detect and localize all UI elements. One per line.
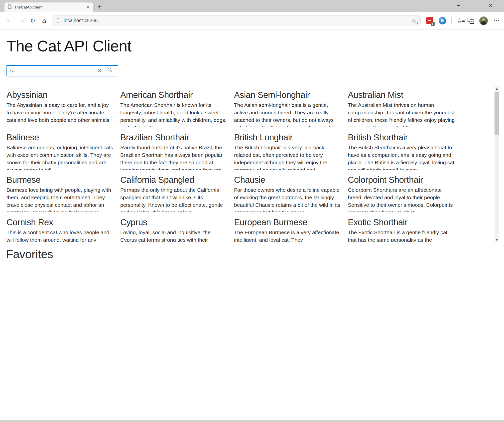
breed-name: American Shorthair xyxy=(120,89,228,100)
breed-name: Chausie xyxy=(234,174,342,185)
breed-description: For those owners who desire a feline cap… xyxy=(234,186,342,212)
window-controls: × xyxy=(451,0,504,11)
breed-card[interactable]: Brazilian Shorthair Rarely found outside… xyxy=(120,132,228,170)
clear-search-icon[interactable]: × xyxy=(95,68,107,74)
breed-card[interactable]: Asian Semi-longhair The Asian semi-longh… xyxy=(234,89,342,127)
breed-name: Brazilian Shorthair xyxy=(120,132,228,143)
settings-menu-icon[interactable] xyxy=(493,20,500,21)
extension-badge: 1 xyxy=(431,22,435,26)
breed-name: Balinese xyxy=(6,132,114,143)
breed-description: The European Burmese is a very affection… xyxy=(234,229,342,242)
back-icon[interactable]: ← xyxy=(4,17,15,24)
breed-card[interactable]: Balinese Balinese are curious, outgoing,… xyxy=(6,132,114,170)
forward-icon[interactable]: → xyxy=(15,17,27,24)
breed-card[interactable]: American Shorthair The American Shorthai… xyxy=(120,89,228,127)
breed-card[interactable]: Burmese Burmese love being with people, … xyxy=(6,174,114,212)
breed-name: Cornish Rex xyxy=(6,217,114,228)
search-box: × xyxy=(6,65,118,76)
favorites-list-icon[interactable]: ☆ xyxy=(457,17,462,24)
breed-name: Asian Semi-longhair xyxy=(234,89,342,100)
favorites-heading: Favorites xyxy=(6,247,504,262)
breed-card[interactable]: Colorpoint Shorthair Colorpoint Shorthai… xyxy=(348,174,456,212)
breed-description: Colorpoint Shorthairs are an affectionat… xyxy=(348,186,456,212)
page-content: The Cat API Client × Abyssinian The Abys… xyxy=(0,36,504,422)
breed-card[interactable]: Exotic Shorthair The Exotic Shorthair is… xyxy=(348,217,456,242)
breeds-grid: Abyssinian The Abyssinian is easy to car… xyxy=(0,86,504,242)
collections-icon[interactable]: + xyxy=(468,18,474,24)
breed-description: The Australian Mist thrives on human com… xyxy=(348,101,456,127)
tab-title: TheCatApiClient xyxy=(14,5,85,9)
breed-name: Abyssinian xyxy=(6,89,114,100)
close-button[interactable]: × xyxy=(483,0,499,11)
url-host: localhost xyxy=(64,18,83,23)
breed-card[interactable]: Australian Mist The Australian Mist thri… xyxy=(348,89,456,127)
blue-extension-icon[interactable]: S xyxy=(439,17,446,24)
breed-card[interactable]: Cyprus Loving, loyal, social and inquisi… xyxy=(120,217,228,242)
scroll-down-icon[interactable]: ▼ xyxy=(495,238,499,242)
tab-thecatapiclient[interactable]: TheCatApiClient × xyxy=(4,2,93,12)
browser-toolbar: ← → ↻ ⌂ i localhost:49266 ☆+ ••• 1 S ☆ + xyxy=(0,12,504,29)
breed-card[interactable]: European Burmese The European Burmese is… xyxy=(234,217,342,242)
breed-description: The British Shorthair is a very pleasant… xyxy=(348,144,456,170)
breed-name: Exotic Shorthair xyxy=(348,217,456,228)
breed-name: European Burmese xyxy=(234,217,342,228)
page-title: The Cat API Client xyxy=(6,36,504,56)
breed-name: Colorpoint Shorthair xyxy=(348,174,456,185)
breed-description: This is a confident cat who loves people… xyxy=(6,229,114,242)
breed-description: Rarely found outside of it's native Braz… xyxy=(120,144,228,170)
extensions-cluster: ••• 1 S ☆ + xyxy=(426,16,500,25)
breed-name: Burmese xyxy=(6,174,114,185)
search-icon[interactable] xyxy=(107,67,113,74)
breed-name: Cyprus xyxy=(120,217,228,228)
breed-description: Balinese are curious, outgoing, intellig… xyxy=(6,144,114,170)
breed-description: The British Longhair is a very laid-back… xyxy=(234,144,342,170)
minimize-button[interactable] xyxy=(451,0,467,11)
window-bottom-edge xyxy=(0,420,504,422)
refresh-icon[interactable]: ↻ xyxy=(27,17,38,24)
breed-card[interactable]: Abyssinian The Abyssinian is easy to car… xyxy=(6,89,114,127)
breed-name: Australian Mist xyxy=(348,89,456,100)
home-icon[interactable]: ⌂ xyxy=(38,17,50,24)
scrollbar-thumb[interactable] xyxy=(495,92,499,135)
maximize-button[interactable] xyxy=(467,0,483,11)
toolbar-separator xyxy=(451,17,452,24)
breed-description: The American Shorthair is known for its … xyxy=(120,101,228,127)
url-text: localhost:49266 xyxy=(64,18,98,23)
breed-card[interactable]: Cornish Rex This is a confident cat who … xyxy=(6,217,114,242)
breed-description: Burmese love being with people, playing … xyxy=(6,186,114,212)
tab-close-icon[interactable]: × xyxy=(85,4,91,10)
breed-card[interactable]: California Spangled Perhaps the only thi… xyxy=(120,174,228,212)
breed-description: The Asian semi-longhair cats is a gentle… xyxy=(234,101,342,127)
breed-name: British Longhair xyxy=(234,132,342,143)
site-info-icon[interactable]: i xyxy=(56,18,60,23)
breeds-scrollbar[interactable]: ▲ ▼ xyxy=(495,86,499,242)
breed-name: British Shorthair xyxy=(348,132,456,143)
breed-card[interactable]: Chausie For those owners who desire a fe… xyxy=(234,174,342,212)
breed-description: Loving, loyal, social and inquisitive, t… xyxy=(120,229,228,242)
add-favorite-star-icon[interactable]: ☆+ xyxy=(412,17,417,24)
breed-card[interactable]: British Longhair The British Longhair is… xyxy=(234,132,342,170)
breed-description: The Abyssinian is easy to care for, and … xyxy=(6,101,114,127)
search-input[interactable] xyxy=(10,68,95,74)
page-document-icon xyxy=(8,4,11,10)
profile-avatar[interactable] xyxy=(479,16,488,25)
scroll-up-icon[interactable]: ▲ xyxy=(495,86,499,91)
tab-bar: TheCatApiClient × + × xyxy=(0,0,504,12)
address-bar[interactable]: i localhost:49266 ☆+ xyxy=(52,15,421,26)
url-port: :49266 xyxy=(83,18,98,23)
breed-description: The Exotic Shorthair is a gentle friendl… xyxy=(348,229,456,242)
breeds-scroll-area: Abyssinian The Abyssinian is easy to car… xyxy=(0,86,504,242)
breed-name: California Spangled xyxy=(120,174,228,185)
breed-description: Perhaps the only thing about the Califor… xyxy=(120,186,228,212)
password-extension-icon[interactable]: ••• 1 xyxy=(426,17,433,24)
new-tab-button[interactable]: + xyxy=(97,2,101,11)
breed-card[interactable]: British Shorthair The British Shorthair … xyxy=(348,132,456,170)
